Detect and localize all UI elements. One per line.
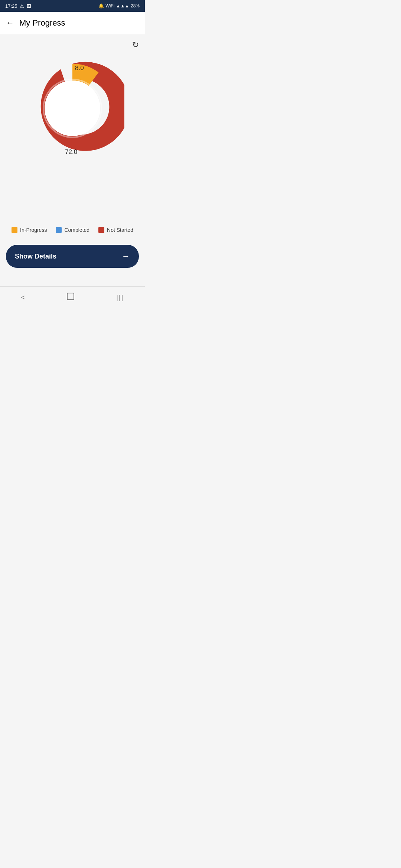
back-icon: ← <box>6 18 14 27</box>
battery-display: 28% <box>131 3 140 9</box>
legend-item-notstarted: Not Started <box>98 227 133 233</box>
status-bar: 17:25 ⚠ 🖼 🔔 WiFi ▲▲▲ 28% <box>0 0 145 12</box>
legend-label-inprogress: In-Progress <box>20 227 47 233</box>
header: ← My Progress <box>0 12 145 34</box>
main-content: ↻ <box>0 34 145 286</box>
chart-container: 8.0 72.0 <box>0 34 145 175</box>
alarm-icon: 🔔 <box>98 3 104 9</box>
show-details-button[interactable]: Show Details → <box>6 245 139 268</box>
legend-color-completed <box>56 227 62 233</box>
image-icon: 🖼 <box>26 3 31 9</box>
nav-home-button[interactable] <box>59 291 82 303</box>
nav-back-icon: < <box>21 294 25 301</box>
show-details-label: Show Details <box>15 253 56 260</box>
nav-menu-button[interactable]: ||| <box>109 292 131 303</box>
status-bar-right: 🔔 WiFi ▲▲▲ 28% <box>98 3 140 9</box>
legend-color-notstarted <box>98 227 104 233</box>
legend: In-Progress Completed Not Started <box>0 220 145 240</box>
legend-label-notstarted: Not Started <box>107 227 133 233</box>
donut-hole <box>45 80 100 136</box>
arrow-icon: → <box>122 251 130 261</box>
donut-chart: 8.0 72.0 <box>20 56 124 160</box>
alert-icon: ⚠ <box>20 3 24 9</box>
legend-item-completed: Completed <box>56 227 89 233</box>
nav-bar: < ||| <box>0 286 145 310</box>
in-progress-value-label: 8.0 <box>75 65 84 72</box>
wifi-icon: WiFi <box>105 3 114 9</box>
back-button[interactable]: ← <box>6 18 14 28</box>
spacer <box>0 175 145 220</box>
not-started-value-label: 72.0 <box>65 148 77 156</box>
legend-item-inprogress: In-Progress <box>12 227 47 233</box>
page-title: My Progress <box>19 18 65 28</box>
legend-label-completed: Completed <box>64 227 89 233</box>
donut-svg <box>20 56 124 160</box>
status-bar-left: 17:25 ⚠ 🖼 <box>5 3 31 9</box>
signal-icon: ▲▲▲ <box>116 3 129 9</box>
nav-home-icon <box>67 293 74 300</box>
nav-back-button[interactable]: < <box>14 292 33 303</box>
legend-color-inprogress <box>12 227 17 233</box>
nav-menu-icon: ||| <box>116 294 124 301</box>
time-display: 17:25 <box>5 3 17 9</box>
